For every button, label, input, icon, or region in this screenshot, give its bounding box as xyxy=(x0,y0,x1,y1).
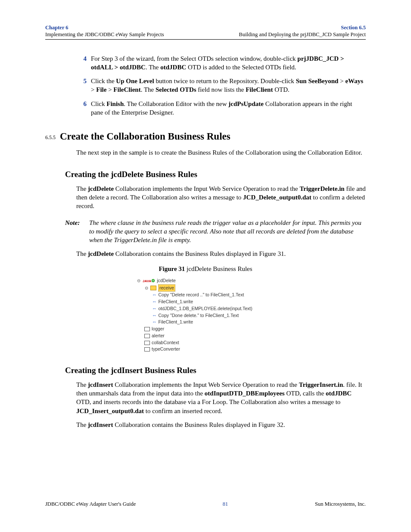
note-block: Note: The where clause in the business r… xyxy=(65,218,366,245)
text: > xyxy=(91,86,96,93)
tree-node-label: typeConverter xyxy=(152,346,180,353)
footer-company: Sun Microsystems, Inc. xyxy=(315,501,366,508)
text-bold: jcdInsert xyxy=(88,381,113,388)
figure-title: jcdDelete Business Rules xyxy=(185,265,252,272)
java-collab-icon: JAVA⚙ xyxy=(143,277,155,284)
rule-arrow-icon: ↔ xyxy=(152,305,157,312)
section-subtitle: Building and Deploying the prjJDBC_JCD S… xyxy=(239,31,366,37)
section-title: Create the Collaboration Business Rules xyxy=(60,131,230,142)
jcdinsert-p2: The jcdInsert Collaboration contains the… xyxy=(76,420,366,429)
text: Collaboration contains the Business Rule… xyxy=(114,250,286,257)
section-6-5-5-heading: 6.5.5Create the Collaboration Business R… xyxy=(45,130,366,143)
text-bold: eWays xyxy=(345,78,363,84)
content: 4 For Step 3 of the wizard, from the Sel… xyxy=(45,54,366,429)
rule-arrow-icon: ↔ xyxy=(152,292,157,299)
text-bold: JCD_Delete_output0.dat xyxy=(243,194,311,201)
text: . The xyxy=(141,86,156,93)
figure-label: Figure 31 xyxy=(159,265,185,272)
text: For Step 3 of the wizard, from the Selec… xyxy=(91,55,297,62)
text: to confirm an inserted record. xyxy=(144,408,222,414)
step-5: 5 Click the Up One Level button twice to… xyxy=(76,77,366,94)
tree-typeconverter: typeConverter xyxy=(144,346,274,353)
object-icon xyxy=(144,347,150,352)
object-icon xyxy=(144,327,150,331)
note-label: Note: xyxy=(65,218,89,245)
jcdinsert-p1: The jcdInsert Collaboration implements t… xyxy=(76,380,366,415)
step-6: 6 Click Finish. The Collaboration Editor… xyxy=(76,100,366,117)
tree-rule-label: Copy "Done delete." to FileClient_1.Text xyxy=(159,312,239,319)
header-left: Chapter 6 Implementing the JDBC/ODBC eWa… xyxy=(45,24,164,38)
jcdinsert-heading: Creating the jcdInsert Business Rules xyxy=(65,365,366,376)
tree-logger: logger xyxy=(144,326,274,333)
section-number: 6.5.5 xyxy=(45,134,56,140)
chapter-link[interactable]: Chapter 6 xyxy=(45,25,68,31)
tree-rule-label: otdJDBC_1.DB_EMPLOYEE.delete(input.Text) xyxy=(159,305,252,312)
text: . The Collaboration Editor with the new xyxy=(124,100,228,107)
text: OTD is added to the Selected OTDs field. xyxy=(186,64,296,71)
expand-handle-icon: ⊖ xyxy=(144,285,149,291)
text: The xyxy=(76,421,88,428)
tree-receive-label: receive xyxy=(158,284,175,292)
text-bold: FileClient xyxy=(113,86,140,93)
object-icon xyxy=(144,341,150,345)
text: Click the xyxy=(91,78,116,84)
folder-icon xyxy=(150,286,156,290)
step-4-text: For Step 3 of the wizard, from the Selec… xyxy=(91,54,366,72)
tree-rule-5: ↔ FileClient_1.write xyxy=(152,319,274,326)
section-link[interactable]: Section 6.5 xyxy=(341,25,366,31)
step-4-number: 4 xyxy=(76,54,87,72)
text: . The xyxy=(146,64,160,71)
jcddelete-heading: Creating the jcdDelete Business Rules xyxy=(65,169,366,180)
tree-node-label: alerter xyxy=(152,333,165,339)
header-rule xyxy=(45,39,366,40)
object-icon xyxy=(144,334,150,338)
text-bold: Selected OTDs xyxy=(156,86,196,93)
text-bold: jcdDelete xyxy=(88,185,114,192)
text-bold: otdJDBC xyxy=(160,64,186,71)
note-text: The where clause in the business rule re… xyxy=(89,218,366,245)
page-header: Chapter 6 Implementing the JDBC/ODBC eWa… xyxy=(45,24,366,38)
text-bold: Finish xyxy=(106,100,124,107)
figure-31-tree: ⊖ JAVA⚙ jcdDelete ⊖ receive ↔ Copy "Dele… xyxy=(137,277,274,353)
text: OTD. xyxy=(273,86,289,93)
step-6-number: 6 xyxy=(76,100,87,117)
text-bold: jcdInsert xyxy=(88,421,113,428)
text: Click xyxy=(91,100,106,107)
tree-root-label: jcdDelete xyxy=(157,277,176,284)
footer-page-number: 81 xyxy=(223,501,228,508)
text-bold: Sun SeeBeyond xyxy=(296,78,339,84)
text-bold: FileClient xyxy=(246,86,273,93)
rule-arrow-icon: ↔ xyxy=(152,319,157,326)
text-bold: Up One Level xyxy=(116,78,154,84)
tree-alerter: alerter xyxy=(144,333,274,339)
text-bold: TriggerInsert.in xyxy=(299,381,343,388)
page-footer: JDBC/ODBC eWay Adapter User's Guide 81 S… xyxy=(45,501,366,508)
tree-rule-label: Copy "Delete record .." to FileClient_1.… xyxy=(159,292,244,299)
tree-root: ⊖ JAVA⚙ jcdDelete xyxy=(137,277,274,284)
text: field now lists the xyxy=(196,86,246,93)
expand-handle-icon: ⊖ xyxy=(137,277,141,284)
tree-rule-4: ↔ Copy "Done delete." to FileClient_1.Te… xyxy=(152,312,274,319)
footer-doc-title: JDBC/ODBC eWay Adapter User's Guide xyxy=(45,501,136,508)
tree-rule-1: ↔ Copy "Delete record .." to FileClient_… xyxy=(152,292,274,299)
section-intro: The next step in the sample is to create… xyxy=(76,148,366,157)
text-bold: JCD_Insert_output0.dat xyxy=(76,408,144,414)
text: Collaboration implements the Input Web S… xyxy=(114,185,299,192)
step-5-text: Click the Up One Level button twice to r… xyxy=(91,77,366,94)
chapter-subtitle: Implementing the JDBC/ODBC eWay Sample P… xyxy=(45,31,164,37)
step-4: 4 For Step 3 of the wizard, from the Sel… xyxy=(76,54,366,72)
tree-node-label: collabContext xyxy=(152,339,179,346)
text: Collaboration implements the Input Web S… xyxy=(113,381,299,388)
tree-rule-label: FileClient_1.write xyxy=(159,299,193,305)
header-right: Section 6.5 Building and Deploying the p… xyxy=(239,24,366,38)
page: Chapter 6 Implementing the JDBC/ODBC eWa… xyxy=(0,0,411,532)
text: > xyxy=(106,86,113,93)
text: button twice to return to the Repository… xyxy=(154,78,296,84)
text: OTD, calls the xyxy=(285,390,326,397)
jcddelete-p1: The jcdDelete Collaboration implements t… xyxy=(76,184,366,211)
text: The xyxy=(76,381,88,388)
text: The xyxy=(76,250,88,257)
tree-rule-2: ↔ FileClient_1.write xyxy=(152,299,274,305)
tree-receive: ⊖ receive xyxy=(144,284,274,292)
tree-node-label: logger xyxy=(152,326,164,333)
